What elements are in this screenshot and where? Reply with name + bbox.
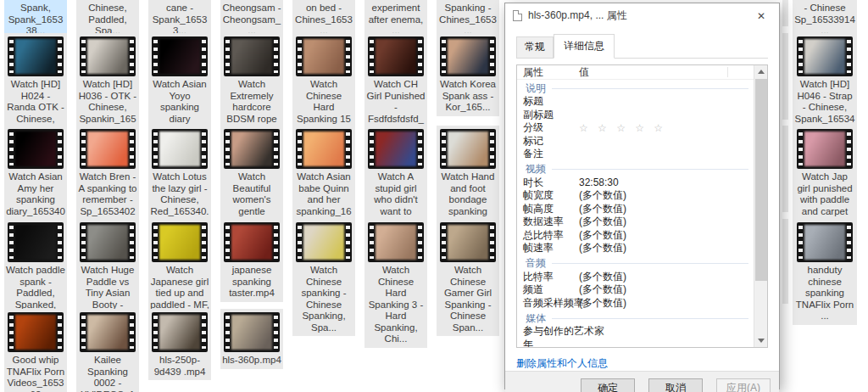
video-thumbnail-icon: [80, 222, 136, 262]
video-item[interactable]: Watch [HD] H046 - Strap - Chinese, Spank…: [793, 33, 857, 139]
video-caption: Cheongsam - Cheongsam_...: [222, 3, 281, 37]
property-row[interactable]: 备注: [517, 148, 753, 161]
video-thumbnail-icon: [8, 129, 64, 169]
scrollbar[interactable]: [754, 65, 767, 347]
video-caption: hls-250p-9d439 .mp4: [150, 355, 209, 378]
property-row[interactable]: 参与创作的艺术家: [517, 325, 753, 339]
video-thumbnail-icon: [440, 129, 496, 169]
video-thumbnail-icon: [296, 36, 352, 76]
desktop-stage: Spank, Spank_165338...Watch [HD] H024 - …: [0, 0, 868, 392]
apply-button: 应用(A): [716, 378, 771, 392]
property-row[interactable]: 分级☆ ☆ ☆ ☆ ☆: [517, 121, 753, 135]
partially-hidden-item: [782, 0, 788, 26]
video-thumbnail-icon: [797, 222, 853, 262]
cancel-button[interactable]: 取消: [648, 378, 703, 392]
tab-details[interactable]: 详细信息: [554, 34, 615, 59]
video-item[interactable]: Good whip TNAFlix Porn Videos_165362 202…: [4, 309, 67, 392]
video-thumbnail-icon: [8, 222, 64, 262]
close-icon[interactable]: ✕: [743, 3, 779, 28]
video-caption: japanese spanking taster.mp4: [222, 265, 281, 300]
property-row[interactable]: 比特率(多个数值): [517, 271, 753, 284]
video-thumbnail-icon: [224, 312, 280, 352]
video-thumbnail-icon: [152, 222, 208, 262]
section-header: 说明: [517, 81, 753, 95]
video-thumbnail-icon: [152, 36, 208, 76]
property-row[interactable]: 帧高度(多个数值): [517, 203, 753, 216]
column-header-value[interactable]: 值: [579, 65, 767, 80]
tab-bar: 常规详细信息: [505, 28, 779, 59]
video-caption: Watch Chinese spanking - Chinese Spankin…: [294, 265, 353, 333]
video-item[interactable]: Watch Jap girl punished with paddle and …: [793, 126, 857, 232]
video-item[interactable]: Watch Extremely hardcore BDSM rope w_1..…: [220, 33, 283, 139]
video-caption: Watch Chinese Gamer Girl Spanking - Chin…: [438, 265, 498, 333]
property-row[interactable]: 频道(多个数值): [517, 283, 753, 297]
property-row[interactable]: 总比特率(多个数值): [517, 229, 753, 243]
property-row[interactable]: 时长32:58:30: [517, 176, 753, 190]
video-caption: - Chinese Sp_16533914...: [794, 3, 855, 37]
property-list-panel: 属性 值 说明标题副标题分级☆ ☆ ☆ ☆ ☆标记备注视频时长32:58:30帧…: [516, 64, 768, 348]
section-header: 视频: [517, 163, 753, 176]
video-file-icon: [513, 10, 522, 21]
video-item[interactable]: Kailee Spanking 0002 - XVIDEOS_16534 926…: [76, 309, 139, 392]
property-row[interactable]: 帧宽度(多个数值): [517, 189, 753, 203]
video-thumbnail-icon: [224, 129, 280, 169]
video-thumbnail-icon: [368, 36, 424, 76]
video-thumbnail-icon: [8, 36, 64, 76]
video-thumbnail-icon: [797, 129, 853, 169]
link-row: 删除属性和个人信息: [505, 348, 779, 371]
video-caption: Watch Korea Spank ass - Kor_165...: [438, 79, 498, 114]
property-row[interactable]: 标题: [517, 95, 753, 109]
section-header: 音频: [517, 257, 753, 271]
video-item[interactable]: japanese spanking taster.mp4: [220, 219, 283, 302]
video-caption: Spanking - Chines_1653...: [438, 3, 498, 37]
scroll-up-icon[interactable]: [754, 65, 768, 78]
property-row[interactable]: 音频采样频率(多个数值): [517, 297, 753, 311]
column-header-property[interactable]: 属性: [517, 65, 579, 80]
video-thumbnail-icon: [296, 222, 352, 262]
property-row[interactable]: 数据速率(多个数值): [517, 216, 753, 229]
video-item[interactable]: Watch [HD] H036 - OTK - Chinese, Spankin…: [76, 33, 139, 139]
video-item[interactable]: Watch Chinese Gamer Girl Spanking - Chin…: [437, 219, 499, 336]
properties-dialog: hls-360p.mp4, ... 属性 ✕ 常规详细信息 属性 值 说明标题副…: [504, 3, 780, 389]
video-thumbnail-icon: [80, 129, 136, 169]
scrollbar-thumb[interactable]: [755, 79, 767, 281]
video-item[interactable]: Watch Hand and foot bondage spanking pra…: [437, 126, 499, 232]
dialog-titlebar[interactable]: hls-360p.mp4, ... 属性 ✕: [505, 3, 779, 28]
ok-button[interactable]: 确定: [581, 378, 635, 392]
video-thumbnail-icon: [368, 129, 424, 169]
video-item[interactable]: Watch Chinese spanking - Chinese Spankin…: [292, 219, 355, 336]
video-thumbnail-icon: [152, 129, 208, 169]
video-caption: Chinese, Paddled, Spa...: [78, 3, 137, 37]
video-thumbnail-icon: [8, 312, 64, 352]
video-thumbnail-icon: [440, 222, 496, 262]
video-item[interactable]: Watch Bren - A spanking to remember - Sp…: [76, 126, 139, 232]
dialog-title: hls-360p.mp4, ... 属性: [528, 8, 743, 23]
remove-properties-link[interactable]: 删除属性和个人信息: [516, 357, 608, 369]
property-row[interactable]: 副标题: [517, 109, 753, 122]
video-item[interactable]: Watch Asian Amy her spanking diary_16534…: [4, 126, 67, 232]
video-item[interactable]: Watch Korea Spank ass - Kor_165...: [437, 33, 499, 116]
tab-general[interactable]: 常规: [516, 36, 554, 59]
property-row[interactable]: 帧速率(多个数值): [517, 242, 753, 255]
video-thumbnail-icon: [440, 36, 496, 76]
video-caption: Good whip TNAFlix Porn Videos_165362 202…: [6, 355, 65, 392]
video-caption: Spank, Spank_165338...: [6, 3, 65, 37]
partially-hidden-item: [782, 219, 788, 304]
video-caption: cane - Spank_16533...: [150, 3, 209, 37]
video-thumbnail-icon: [80, 312, 136, 352]
video-item[interactable]: Watch Asian babe Quinn and her spanking_…: [292, 126, 355, 232]
video-caption: hls-360p.mp4: [222, 355, 281, 367]
property-row[interactable]: 标记: [517, 135, 753, 148]
scroll-down-icon[interactable]: [754, 334, 768, 347]
partially-hidden-item: [782, 33, 788, 120]
video-thumbnail-icon: [224, 36, 280, 76]
video-item[interactable]: Watch Lotus the lazy girl - Chinese, Red…: [148, 126, 211, 232]
dialog-footer: 确定取消应用(A): [505, 371, 779, 392]
video-item[interactable]: hls-250p-9d439 .mp4: [148, 309, 211, 380]
video-caption: Watch Chinese Hard Spanking 3 - Hard Spa…: [366, 265, 426, 345]
property-row[interactable]: 年: [517, 339, 753, 349]
video-item[interactable]: handuty chinese spanking TNAFlix Porn ..…: [793, 219, 857, 325]
video-item[interactable]: Watch Chinese Hard Spanking 3 - Hard Spa…: [364, 219, 427, 348]
video-item[interactable]: hls-360p.mp4: [220, 309, 283, 369]
video-caption: Kailee Spanking 0002 - XVIDEOS_16534 926…: [78, 355, 137, 392]
